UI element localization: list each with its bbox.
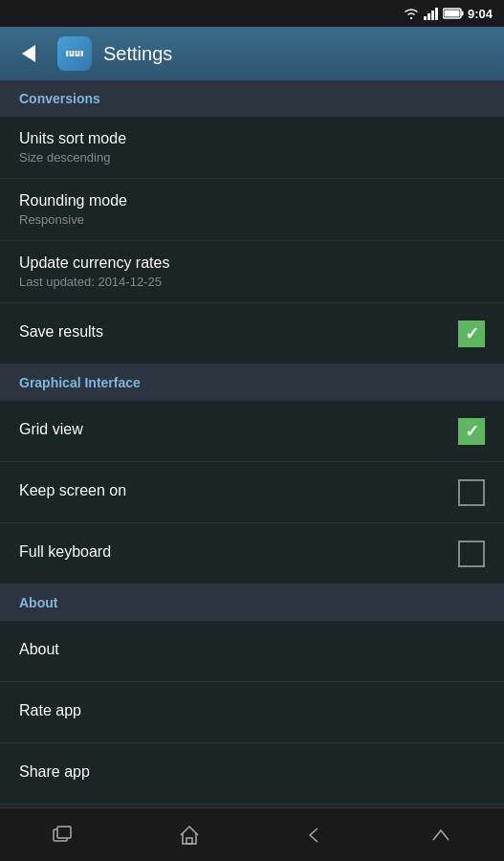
setting-text-rate-app: Rate app <box>19 702 485 722</box>
setting-title-update-currency-rates: Update currency rates <box>19 254 485 272</box>
svg-rect-0 <box>424 16 427 20</box>
setting-title-about: About <box>19 641 485 658</box>
up-icon <box>429 825 452 846</box>
setting-title-units-sort-mode: Units sort mode <box>19 130 485 147</box>
svg-rect-1 <box>427 13 430 20</box>
back-nav-button[interactable] <box>291 816 339 854</box>
setting-title-rate-app: Rate app <box>19 702 485 719</box>
status-time: 9:04 <box>468 7 493 21</box>
page-title: Settings <box>103 43 172 65</box>
setting-subtitle-units-sort-mode: Size descending <box>19 150 485 165</box>
status-bar: 9:04 <box>0 0 504 27</box>
setting-title-grid-view: Grid view <box>19 421 458 438</box>
checkmark-grid-view: ✓ <box>465 423 479 440</box>
recent-apps-button[interactable] <box>39 816 87 854</box>
setting-title-rounding-mode: Rounding mode <box>19 192 485 210</box>
setting-item-units-sort-mode[interactable]: Units sort modeSize descending <box>0 117 504 179</box>
svg-rect-5 <box>461 11 463 16</box>
top-bar: Settings <box>0 27 504 80</box>
svg-rect-2 <box>431 11 434 20</box>
home-button[interactable] <box>165 816 213 854</box>
setting-subtitle-update-currency-rates: Last updated: 2014-12-25 <box>19 275 485 289</box>
setting-item-rate-app[interactable]: Rate app <box>0 682 504 743</box>
checkbox-grid-view[interactable]: ✓ <box>458 418 485 445</box>
setting-title-keep-screen-on: Keep screen on <box>19 482 458 499</box>
recent-apps-icon <box>52 826 75 845</box>
setting-text-save-results: Save results <box>19 323 458 343</box>
section-label-graphical-interface: Graphical Interface <box>19 375 141 390</box>
section-header-graphical-interface: Graphical Interface <box>0 364 504 401</box>
svg-rect-6 <box>444 11 459 17</box>
section-header-about: About <box>0 585 504 621</box>
setting-item-rounding-mode[interactable]: Rounding modeResponsive <box>0 179 504 241</box>
svg-rect-3 <box>435 8 438 20</box>
ruler-icon <box>64 43 85 64</box>
setting-text-update-currency-rates: Update currency ratesLast updated: 2014-… <box>19 254 485 289</box>
setting-title-save-results: Save results <box>19 323 458 341</box>
section-header-conversions: Conversions <box>0 80 504 117</box>
settings-content: ConversionsUnits sort modeSize descendin… <box>0 80 504 807</box>
setting-item-full-keyboard[interactable]: Full keyboard <box>0 523 504 585</box>
status-icons: 9:04 <box>403 7 493 21</box>
home-icon <box>178 825 201 846</box>
setting-subtitle-rounding-mode: Responsive <box>19 212 485 227</box>
up-button[interactable] <box>417 816 465 854</box>
svg-rect-15 <box>186 838 192 844</box>
wifi-icon <box>403 7 420 20</box>
setting-item-keep-screen-on[interactable]: Keep screen on <box>0 462 504 523</box>
section-label-about: About <box>19 595 57 610</box>
setting-item-grid-view[interactable]: Grid view✓ <box>0 401 504 462</box>
setting-title-full-keyboard: Full keyboard <box>19 543 458 561</box>
setting-text-full-keyboard: Full keyboard <box>19 543 458 563</box>
back-nav-icon <box>303 825 326 846</box>
checkbox-full-keyboard[interactable] <box>458 541 485 567</box>
setting-text-units-sort-mode: Units sort modeSize descending <box>19 130 485 165</box>
checkbox-keep-screen-on[interactable] <box>458 479 485 506</box>
setting-item-share-app[interactable]: Share app <box>0 743 504 805</box>
setting-item-about[interactable]: About <box>0 621 504 682</box>
setting-text-about: About <box>19 641 485 661</box>
checkmark-save-results: ✓ <box>465 325 479 342</box>
bottom-nav <box>0 807 504 861</box>
back-arrow-icon <box>22 45 35 62</box>
signal-icon <box>424 7 439 20</box>
back-button[interactable] <box>11 36 46 71</box>
setting-text-share-app: Share app <box>19 763 485 784</box>
setting-text-rounding-mode: Rounding modeResponsive <box>19 192 485 227</box>
checkbox-save-results[interactable]: ✓ <box>458 320 485 347</box>
setting-item-save-results[interactable]: Save results✓ <box>0 303 504 364</box>
section-label-conversions: Conversions <box>19 91 100 106</box>
setting-text-keep-screen-on: Keep screen on <box>19 482 458 502</box>
battery-icon <box>443 8 464 19</box>
setting-item-update-currency-rates[interactable]: Update currency ratesLast updated: 2014-… <box>0 241 504 303</box>
setting-text-grid-view: Grid view <box>19 421 458 441</box>
app-icon <box>57 36 92 71</box>
svg-rect-14 <box>57 827 71 838</box>
setting-title-share-app: Share app <box>19 763 485 781</box>
